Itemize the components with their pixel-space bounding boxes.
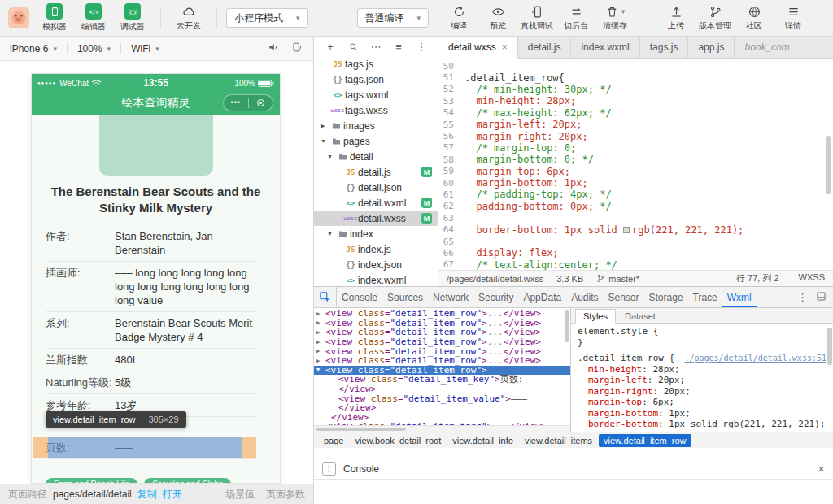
tree-file-detail.wxss[interactable]: wxssdetail.wxssM <box>314 211 438 226</box>
expand-arrow-icon[interactable]: ▶ <box>316 358 325 364</box>
tree-folder-index[interactable]: ▼index <box>314 226 438 241</box>
editor-tab-detail.wxss[interactable]: detail.wxss× <box>438 37 518 59</box>
expand-arrow-icon[interactable]: ▶ <box>316 311 325 317</box>
community-button[interactable]: 社区 <box>735 4 773 32</box>
css-property[interactable]: margin-right: 20px; <box>578 386 826 398</box>
drawer-menu-button[interactable]: ⋮ <box>322 462 336 476</box>
breadcrumb-item[interactable]: view.book_detail_root <box>350 434 446 447</box>
compile-button[interactable]: 编译 <box>440 4 478 32</box>
expand-arrow-icon[interactable]: ▶ <box>316 329 325 336</box>
search-button[interactable] <box>347 41 360 52</box>
rotate-button[interactable] <box>290 41 303 56</box>
wxml-node[interactable]: ▶<view class="detail_item_row">...</view… <box>314 309 570 319</box>
devtools-tab-appdata[interactable]: AppData <box>518 287 566 307</box>
close-drawer-button[interactable]: × <box>818 462 825 476</box>
tree-folder-detail[interactable]: ▼detail <box>314 149 438 164</box>
editor-tab-book_com[interactable]: book_com <box>735 37 800 58</box>
wxml-node[interactable]: ▶<view class="detail_item_row">...</view… <box>314 356 570 366</box>
devtools-tab-sources[interactable]: Sources <box>382 287 428 307</box>
wxml-node[interactable]: ▶<view class="detail_item_row">...</view… <box>314 337 570 347</box>
devtools-tab-audits[interactable]: Audits <box>566 287 603 307</box>
tree-file-detail.wxml[interactable]: <>detail.wxmlM <box>314 195 438 211</box>
cursor-position-label[interactable]: 行 77, 列 2 <box>736 272 779 285</box>
real-device-button[interactable]: 真机调试 <box>518 4 556 32</box>
more-button[interactable]: ⋯ <box>369 41 382 53</box>
inspect-element-button[interactable] <box>314 287 337 307</box>
switch-background-button[interactable]: 切后台 <box>557 4 595 32</box>
expand-arrow-icon[interactable]: ▶ <box>316 319 325 326</box>
collapse-arrow-icon[interactable]: ▼ <box>327 231 335 237</box>
tree-file-detail.js[interactable]: JSdetail.jsM <box>314 164 438 180</box>
devtools-tab-trace[interactable]: Trace <box>688 287 722 307</box>
wxml-node[interactable]: ▶<view class="detail_item_row">...</view… <box>314 328 570 337</box>
expand-arrow-icon[interactable]: ▶ <box>321 123 329 129</box>
code-area[interactable]: 5051.detail_item_row{52 /* min-height: 3… <box>438 59 833 270</box>
css-property[interactable]: margin-top: 6px; <box>578 397 826 408</box>
close-miniprogram-button[interactable] <box>249 99 273 106</box>
color-swatch[interactable] <box>623 227 630 233</box>
rule-selector[interactable]: .detail_item_row <box>578 353 664 363</box>
vertical-dots-button[interactable]: ⋮ <box>797 291 808 303</box>
devtools-tab-sensor[interactable]: Sensor <box>604 287 644 307</box>
editor-tab-detail.js[interactable]: detail.js <box>518 37 572 58</box>
preview-button[interactable]: 预览 <box>479 4 517 32</box>
details-button[interactable]: 详情 <box>774 4 812 32</box>
mode-select[interactable]: 小程序模式 ▾ <box>226 8 308 28</box>
wxml-node[interactable]: <view class="detail_item_value">––– <box>314 393 570 403</box>
styles-scrollbar[interactable] <box>827 328 832 365</box>
breadcrumb-item[interactable]: page <box>319 434 348 447</box>
collapse-arrow-icon[interactable]: ▼ <box>327 154 335 159</box>
tree-file-index.wxml[interactable]: <>index.wxml <box>314 272 438 286</box>
wxml-vertical-scrollbar[interactable] <box>565 310 569 342</box>
cloud-dev-button[interactable]: 云开发 <box>170 4 207 32</box>
git-branch[interactable]: master* <box>596 274 639 284</box>
collapse-arrow-icon[interactable]: ▼ <box>321 138 329 144</box>
wxml-node[interactable]: ▶<view class="detail_item_row">...</view… <box>314 319 570 328</box>
sort-button[interactable]: ≡ <box>392 41 405 53</box>
clear-cache-button[interactable]: ▾清缓存 <box>596 4 634 32</box>
version-button[interactable]: 版本管理 <box>696 4 734 32</box>
tree-folder-pages[interactable]: ▼pages <box>314 133 438 149</box>
tag-pill[interactable]: Scouting and Clubs <box>144 478 231 484</box>
user-avatar[interactable] <box>8 7 29 28</box>
compile-mode-select[interactable]: 普通编译 ▾ <box>357 8 430 28</box>
device-select[interactable]: iPhone 6 ▾ <box>10 43 57 54</box>
wxml-horizontal-scrollbar[interactable] <box>314 425 570 432</box>
editor-tab-tags.js[interactable]: tags.js <box>640 37 689 58</box>
tree-folder-images[interactable]: ▶images <box>314 118 438 133</box>
debugger-button[interactable]: 调试器 <box>114 3 151 33</box>
devtools-tab-console[interactable]: Console <box>337 287 382 307</box>
css-property[interactable]: margin-bottom: 1px; <box>578 408 826 419</box>
editor-scrollbar[interactable] <box>826 136 831 194</box>
network-select[interactable]: WiFi ▾ <box>131 43 159 54</box>
more-menu-button[interactable]: ••• <box>224 95 248 111</box>
open-path-link[interactable]: 打开 <box>163 488 182 502</box>
wxml-node[interactable]: <view class="detail_item_key">页数: <box>314 375 570 385</box>
zoom-select[interactable]: 100% ▾ <box>77 43 111 54</box>
scene-value-tab[interactable]: 场景值 <box>225 488 255 502</box>
tree-file-tags.json[interactable]: {}tags.json <box>314 72 438 87</box>
tree-file-tags.js[interactable]: JStags.js <box>314 56 438 72</box>
language-mode-label[interactable]: WXSS <box>799 272 825 285</box>
devtools-tab-network[interactable]: Network <box>428 287 473 307</box>
wxml-node[interactable]: ▶<view class="detail_item_row">...</view… <box>314 346 570 356</box>
upload-button[interactable]: 上传 <box>657 4 695 32</box>
breadcrumb-item[interactable]: view.detail_items <box>520 434 597 447</box>
css-property[interactable]: border-bottom: 1px solid rgb(221, 221, 2… <box>578 419 826 430</box>
css-property[interactable]: min-height: 28px; <box>578 364 826 376</box>
stylesheet-source-link[interactable]: ./pages/detail/detail.wxss:51 <box>684 353 826 364</box>
new-file-button[interactable]: + <box>324 41 337 53</box>
styles-tab-dataset[interactable]: Dataset <box>617 310 663 323</box>
tree-file-index.json[interactable]: {}index.json <box>314 257 438 272</box>
tree-file-detail.json[interactable]: {}detail.json <box>314 180 438 195</box>
devtools-tab-security[interactable]: Security <box>473 287 518 307</box>
devtools-tab-wxml[interactable]: Wxml <box>722 287 757 307</box>
vertical-dots-button[interactable]: ⋮ <box>415 41 428 53</box>
tree-file-tags.wxml[interactable]: <>tags.wxml <box>314 87 438 102</box>
devtools-tab-storage[interactable]: Storage <box>644 287 688 307</box>
editor-tab-app.js[interactable]: app.js <box>688 37 735 58</box>
tree-file-index.js[interactable]: JSindex.js <box>314 241 438 257</box>
breadcrumb-item[interactable]: view.detail_item_row <box>599 434 691 447</box>
dock-button[interactable] <box>816 291 826 304</box>
wxml-node[interactable]: </view> <box>314 403 570 413</box>
